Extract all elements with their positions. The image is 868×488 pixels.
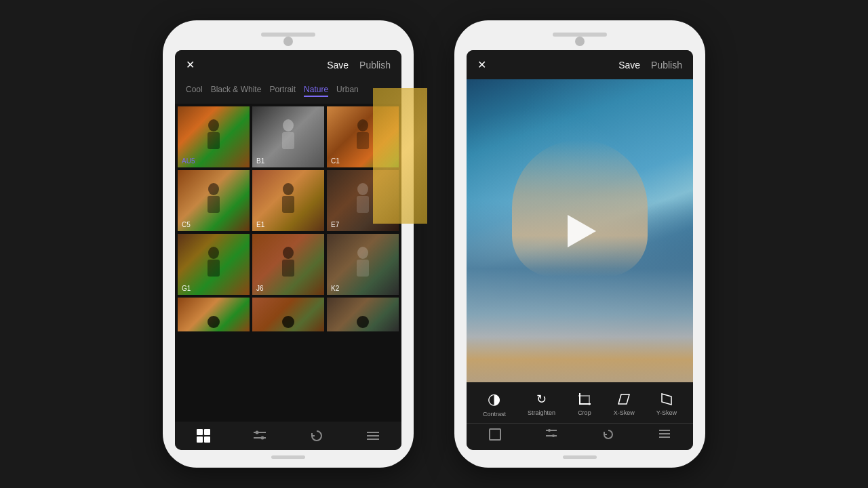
- person-icon-j6: [278, 246, 298, 283]
- tab-portrait[interactable]: Portrait: [269, 83, 296, 97]
- filter-c5[interactable]: C5: [178, 170, 250, 231]
- xskew-icon: [616, 392, 631, 407]
- yskew-icon: [659, 392, 674, 407]
- person-icon-c1: [353, 119, 373, 156]
- bottom-square-icon[interactable]: [488, 428, 502, 445]
- right-bottom-nav: [467, 423, 693, 450]
- svg-rect-17: [357, 260, 369, 277]
- right-close-button[interactable]: ✕: [477, 58, 486, 71]
- crop-tool[interactable]: Crop: [577, 392, 592, 416]
- filter-label-c5: C5: [182, 221, 191, 228]
- tab-nature[interactable]: Nature: [304, 83, 328, 97]
- xskew-tool[interactable]: X-Skew: [614, 392, 635, 416]
- tab-urban[interactable]: Urban: [336, 83, 359, 97]
- bottom-menu-icon[interactable]: [658, 428, 671, 445]
- svg-point-31: [548, 429, 551, 432]
- xskew-label: X-Skew: [614, 409, 635, 416]
- left-phone-shell: ✕ Save Publish Cool Black & White Portra…: [163, 20, 414, 468]
- history-button[interactable]: [309, 428, 324, 443]
- straighten-label: Straighten: [528, 409, 555, 416]
- crop-icon: [577, 392, 592, 407]
- svg-point-33: [552, 434, 555, 437]
- person-icon-b1: [278, 119, 298, 156]
- tab-cool[interactable]: Cool: [186, 83, 203, 97]
- svg-rect-18: [197, 429, 203, 435]
- yskew-tool[interactable]: Y-Skew: [656, 392, 677, 416]
- person-icon-c5: [203, 182, 224, 220]
- svg-point-6: [208, 183, 219, 195]
- filter-partial-2[interactable]: [252, 298, 324, 331]
- bottom-history-icon[interactable]: [601, 428, 615, 445]
- svg-point-12: [208, 247, 219, 259]
- filter-label-k2: K2: [331, 285, 339, 292]
- hamburger-icon: [658, 429, 671, 439]
- left-close-button[interactable]: ✕: [186, 58, 195, 71]
- left-phone-screen: ✕ Save Publish Cool Black & White Portra…: [175, 50, 401, 450]
- gold-accent-decoration: [373, 88, 427, 224]
- filter-grid: AU5 B1: [175, 104, 401, 422]
- straighten-tool[interactable]: ↻ Straighten: [528, 392, 555, 416]
- svg-rect-13: [208, 260, 220, 277]
- right-top-actions: Save Publish: [618, 60, 682, 70]
- adjust-button[interactable]: [252, 428, 267, 443]
- edit-tools-panel: ◑ Contrast ↻ Straighten: [467, 382, 693, 423]
- filter-label-au5: AU5: [182, 157, 195, 165]
- person-icon-e7: [353, 182, 373, 220]
- svg-point-4: [357, 119, 368, 131]
- sliders-icon: [252, 428, 267, 443]
- left-phone: ✕ Save Publish Cool Black & White Portra…: [163, 20, 414, 468]
- right-phone-shell: ✕ Save Publish: [454, 20, 705, 468]
- grid-icon: [196, 428, 211, 443]
- left-save-button[interactable]: Save: [327, 60, 349, 70]
- filter-k2[interactable]: K2: [327, 234, 399, 295]
- right-phone: ✕ Save Publish: [454, 20, 705, 468]
- svg-rect-20: [197, 436, 203, 443]
- yskew-label: Y-Skew: [656, 409, 677, 416]
- history-icon: [309, 428, 324, 443]
- straighten-icon: ↻: [536, 392, 547, 407]
- svg-point-14: [283, 247, 294, 259]
- filter-e1[interactable]: E1: [252, 170, 324, 231]
- left-bottom-toolbar: [175, 422, 401, 450]
- filter-au5[interactable]: AU5: [178, 106, 250, 167]
- right-save-button[interactable]: Save: [618, 60, 640, 70]
- video-preview-area[interactable]: [467, 79, 693, 382]
- svg-rect-9: [282, 196, 294, 213]
- left-publish-button[interactable]: Publish: [359, 60, 391, 70]
- phone-camera-left: [283, 37, 293, 46]
- svg-rect-7: [208, 196, 220, 213]
- svg-point-23: [256, 431, 259, 434]
- filter-label-e7: E7: [331, 221, 339, 228]
- tab-bw[interactable]: Black & White: [211, 83, 262, 97]
- person-icon-k2: [353, 246, 373, 283]
- tools-row-top: ◑ Contrast ↻ Straighten: [467, 388, 693, 420]
- contrast-tool[interactable]: ◑ Contrast: [483, 390, 506, 418]
- filter-label-c1: C1: [331, 157, 340, 165]
- right-publish-button[interactable]: Publish: [651, 60, 682, 70]
- svg-rect-1: [208, 132, 220, 149]
- filter-partial-1[interactable]: [178, 298, 250, 331]
- left-phone-home-bar: [271, 455, 305, 459]
- right-phone-screen: ✕ Save Publish: [467, 50, 693, 450]
- play-triangle-icon: [568, 215, 596, 247]
- filter-j6[interactable]: J6: [252, 234, 324, 295]
- play-button[interactable]: [559, 211, 600, 251]
- right-phone-home-bar: [563, 455, 597, 459]
- grid-view-button[interactable]: [196, 428, 211, 443]
- video-editor-screen: ✕ Save Publish: [467, 50, 693, 450]
- svg-rect-21: [204, 436, 210, 443]
- filter-b1[interactable]: B1: [252, 106, 324, 167]
- svg-rect-5: [357, 132, 369, 149]
- menu-button[interactable]: [366, 430, 380, 441]
- right-top-bar: ✕ Save Publish: [467, 50, 693, 79]
- svg-rect-19: [204, 429, 210, 435]
- filter-tabs-bar: Cool Black & White Portrait Nature Urban: [175, 79, 401, 104]
- filter-partial-3[interactable]: [327, 298, 399, 331]
- filter-row-1: AU5 B1: [178, 106, 399, 167]
- phone-camera-right: [575, 37, 585, 46]
- contrast-icon: ◑: [488, 390, 500, 408]
- person-overlay: [512, 140, 648, 276]
- bottom-adjust-icon[interactable]: [545, 428, 558, 445]
- filter-g1[interactable]: G1: [178, 234, 250, 295]
- filter-editor-screen: ✕ Save Publish Cool Black & White Portra…: [175, 50, 401, 450]
